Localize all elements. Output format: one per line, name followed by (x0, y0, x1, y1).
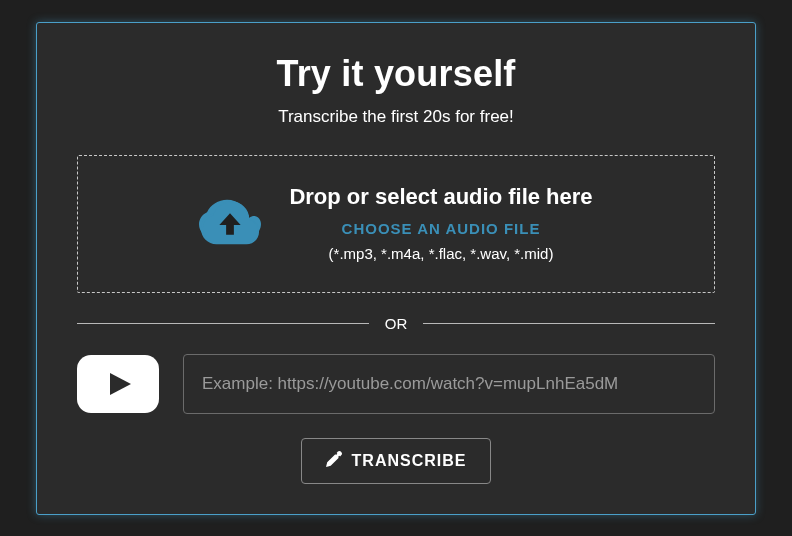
youtube-url-input[interactable] (183, 354, 715, 414)
youtube-row (77, 354, 715, 414)
cloud-upload-icon (199, 199, 261, 247)
dropzone-headline: Drop or select audio file here (289, 184, 592, 210)
page-subtitle: Transcribe the first 20s for free! (77, 107, 715, 127)
page-title: Try it yourself (77, 53, 715, 95)
or-divider: OR (77, 315, 715, 332)
divider-line-right (423, 323, 715, 324)
dropzone-text-group: Drop or select audio file here CHOOSE AN… (289, 184, 592, 262)
dropzone-formats-hint: (*.mp3, *.m4a, *.flac, *.wav, *.mid) (289, 245, 592, 262)
pencil-icon (326, 451, 342, 471)
divider-line-left (77, 323, 369, 324)
choose-file-link[interactable]: CHOOSE AN AUDIO FILE (289, 220, 592, 237)
divider-label: OR (385, 315, 408, 332)
transcribe-button-label: TRANSCRIBE (352, 452, 467, 470)
audio-dropzone[interactable]: Drop or select audio file here CHOOSE AN… (77, 155, 715, 293)
youtube-icon (77, 355, 159, 413)
try-panel: Try it yourself Transcribe the first 20s… (36, 22, 756, 515)
transcribe-button[interactable]: TRANSCRIBE (301, 438, 492, 484)
